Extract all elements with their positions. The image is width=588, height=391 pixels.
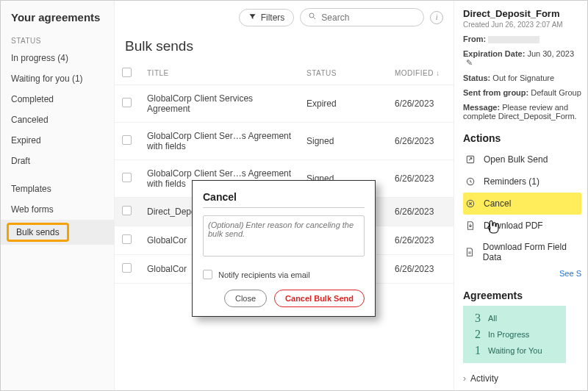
col-title[interactable]: TITLE <box>140 62 299 85</box>
row-checkbox[interactable] <box>122 173 132 182</box>
row-checkbox[interactable] <box>122 263 132 273</box>
notify-checkbox[interactable] <box>203 270 212 279</box>
row-title: GlobalCorp Client Services Agreement <box>140 85 299 123</box>
sidebar-title: Your agreements <box>1 8 114 32</box>
row-modified: 6/26/2023 <box>387 255 453 284</box>
exp-value: Jun 30, 2023 <box>527 49 574 58</box>
agreement-row[interactable]: 3All <box>470 310 559 326</box>
group-value: Default Group <box>531 88 581 97</box>
clock-icon <box>465 176 476 187</box>
exp-label: Expiration Date: <box>463 49 525 58</box>
sidebar-item-expired[interactable]: Expired <box>1 130 114 151</box>
agreements-heading: Agreements <box>463 290 581 301</box>
status-value: Out for Signature <box>492 73 554 82</box>
action-cancel[interactable]: Cancel <box>463 193 581 215</box>
details-panel: Direct_Deposit_Form Created Jun 26, 2023… <box>453 1 587 390</box>
row-modified: 6/26/2023 <box>387 160 453 198</box>
modal-title: Cancel <box>203 191 365 208</box>
search-box[interactable] <box>300 8 424 26</box>
cancel-circle-icon <box>465 198 476 209</box>
from-value <box>488 36 539 43</box>
from-label: From: <box>463 35 486 43</box>
detail-created: Created Jun 26, 2023 2:07 AM <box>463 21 581 29</box>
status-label: Status: <box>463 73 490 82</box>
row-status: Signed <box>299 123 387 160</box>
action-reminders[interactable]: Reminders (1) <box>463 171 581 193</box>
action-download-field-data[interactable]: Download Form Field Data <box>463 237 581 268</box>
row-checkbox[interactable] <box>122 234 132 244</box>
sidebar-item-templates[interactable]: Templates <box>1 179 114 199</box>
sidebar-item-webforms[interactable]: Web forms <box>1 199 114 220</box>
sidebar-section-status: STATUS <box>1 32 114 48</box>
select-all-checkbox[interactable] <box>122 68 132 77</box>
table-row[interactable]: GlobalCorp Client Ser…s Agreement with f… <box>115 123 453 160</box>
filter-icon <box>248 12 257 23</box>
actions-heading: Actions <box>463 132 581 144</box>
chevron-right-icon: › <box>463 373 466 384</box>
open-icon <box>465 154 476 165</box>
detail-name: Direct_Deposit_Form <box>463 8 581 19</box>
sidebar-item-draft[interactable]: Draft <box>1 151 114 171</box>
sidebar-item-bulk-sends[interactable]: Bulk sends <box>1 220 114 245</box>
download-data-icon <box>465 246 476 258</box>
filters-label: Filters <box>261 12 285 23</box>
download-icon <box>465 220 476 232</box>
sidebar-item-canceled[interactable]: Canceled <box>1 110 114 130</box>
search-icon <box>308 12 317 23</box>
edit-expiration-icon[interactable]: ✎ <box>466 58 473 68</box>
sidebar-item-completed[interactable]: Completed <box>1 89 114 110</box>
sidebar-item-waiting[interactable]: Waiting for you (1) <box>1 68 114 89</box>
svg-point-0 <box>309 13 314 18</box>
see-all-link[interactable]: See S <box>463 269 581 278</box>
row-status: Expired <box>299 85 387 123</box>
action-open[interactable]: Open Bulk Send <box>463 148 581 171</box>
sidebar-item-in-progress[interactable]: In progress (4) <box>1 48 114 68</box>
row-modified: 6/26/2023 <box>387 226 453 255</box>
msg-label: Message: <box>463 103 500 112</box>
row-modified: 6/26/2023 <box>387 123 453 160</box>
sort-down-icon: ↓ <box>436 69 440 77</box>
filters-button[interactable]: Filters <box>239 9 295 26</box>
close-button[interactable]: Close <box>224 290 267 307</box>
notify-checkbox-row[interactable]: Notify recipients via email <box>203 270 365 279</box>
page-title: Bulk sends <box>115 32 453 62</box>
cancel-reason-input[interactable] <box>203 215 365 257</box>
row-checkbox[interactable] <box>122 98 132 107</box>
group-label: Sent from group: <box>463 88 528 97</box>
agreements-summary: 3All 2In Progress 1Waiting for You <box>463 306 566 363</box>
table-row[interactable]: GlobalCorp Client Services AgreementExpi… <box>115 85 453 123</box>
sidebar-item-label: Bulk sends <box>7 223 69 242</box>
action-download-pdf[interactable]: Download PDF <box>463 215 581 237</box>
agreement-row[interactable]: 1Waiting for You <box>470 342 559 359</box>
sidebar: Your agreements STATUS In progress (4) W… <box>1 1 115 390</box>
col-modified[interactable]: MODIFIED ↓ <box>387 62 453 85</box>
row-modified: 6/26/2023 <box>387 198 453 226</box>
activity-toggle[interactable]: ›Activity <box>463 373 581 384</box>
row-checkbox[interactable] <box>122 135 132 145</box>
search-input[interactable] <box>321 12 416 23</box>
agreement-row[interactable]: 2In Progress <box>470 326 559 342</box>
notify-label: Notify recipients via email <box>218 270 310 279</box>
info-icon[interactable]: i <box>430 11 443 24</box>
row-modified: 6/26/2023 <box>387 85 453 123</box>
cancel-modal: Cancel Notify recipients via email Close… <box>192 180 376 317</box>
row-title: GlobalCorp Client Ser…s Agreement with f… <box>140 123 299 160</box>
col-status[interactable]: STATUS <box>299 62 387 85</box>
cancel-bulk-send-button[interactable]: Cancel Bulk Send <box>274 290 365 307</box>
row-checkbox[interactable] <box>122 206 132 215</box>
